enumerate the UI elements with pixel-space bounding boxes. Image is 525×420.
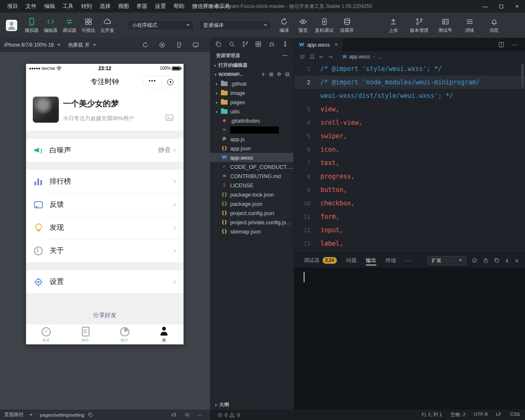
clear-output-icon[interactable]: [472, 257, 478, 263]
more-menu-button[interactable]: •••: [149, 78, 156, 84]
tab-problems[interactable]: 问题: [346, 253, 357, 268]
tree-item[interactable]: {} sitemap.json: [210, 227, 294, 236]
code-line[interactable]: 4 sroll-view,: [294, 116, 525, 129]
list-item[interactable]: 关于 ›: [26, 239, 184, 262]
collapse-all-icon[interactable]: ⊟: [285, 71, 289, 77]
tab-item[interactable]: 专注: [26, 324, 66, 344]
search-icon[interactable]: [228, 41, 235, 47]
list-item[interactable]: 排行榜 ›: [26, 170, 184, 193]
tree-item[interactable]: ▸ utils: [210, 107, 294, 116]
forward-arrow-icon[interactable]: →: [328, 54, 333, 60]
list-item[interactable]: 白噪声 静音 ›: [26, 139, 184, 162]
vconsole-icon[interactable]: [171, 412, 177, 418]
share-friends-button[interactable]: 分享好友: [93, 312, 117, 319]
code-line[interactable]: 12 input,: [294, 223, 525, 237]
tab-terminal[interactable]: 终端: [386, 253, 396, 268]
simulator-button[interactable]: 模拟器: [22, 17, 41, 34]
code-line[interactable]: 5 swiper,: [294, 129, 525, 143]
more-actions-icon[interactable]: ⋯: [197, 412, 203, 418]
tree-item[interactable]: W app.wxss: [210, 153, 294, 162]
version-control-button[interactable]: 版本管理: [407, 17, 432, 34]
tree-item[interactable]: {} project.private.config.js...: [210, 218, 294, 227]
menu-item[interactable]: 文件: [22, 0, 40, 13]
debugger-button[interactable]: 调试器: [60, 17, 79, 34]
code-line[interactable]: 8 progress,: [294, 170, 525, 183]
profile-section[interactable]: 一个美少女的梦 今日专注力超越全国36%用户: [26, 91, 184, 131]
menu-item[interactable]: 视图: [114, 0, 133, 13]
refresh-icon[interactable]: [142, 42, 149, 48]
git-branch-icon[interactable]: [242, 41, 249, 47]
encoding[interactable]: UTF-8: [474, 412, 488, 418]
tab-output[interactable]: 输出: [366, 253, 376, 268]
cursor-position[interactable]: 行 2, 列 1: [422, 412, 442, 418]
test-account-button[interactable]: 测试号: [434, 17, 456, 34]
details-button[interactable]: 详情: [459, 17, 480, 34]
output-filter-select[interactable]: 扩展: [428, 256, 466, 265]
close-panel-icon[interactable]: ×: [514, 257, 519, 264]
breadcrumb[interactable]: W app.wxss › ...: [343, 54, 381, 60]
tree-item[interactable]: ◆ .gitattributes: [210, 116, 294, 125]
cloud-dev-button[interactable]: 云开发: [98, 17, 117, 34]
close-miniprogram-button[interactable]: [167, 79, 173, 85]
remote-debug-button[interactable]: 真机调试: [312, 17, 336, 34]
maximize-button[interactable]: [493, 0, 509, 13]
close-tab-icon[interactable]: ×: [334, 41, 338, 48]
minimize-button[interactable]: —: [477, 0, 493, 13]
close-button[interactable]: ×: [509, 0, 525, 13]
code-line[interactable]: 1 /* @import 'style/weui.wxss'; */: [294, 62, 525, 76]
files-icon[interactable]: [215, 41, 222, 47]
rotate-device-icon[interactable]: [176, 42, 182, 48]
device-select[interactable]: iPhone 6/7/8 100% 16: [4, 42, 60, 48]
copy-path-icon[interactable]: [88, 412, 93, 417]
code-line[interactable]: 9 button,: [294, 183, 525, 197]
scrollbar-thumb[interactable]: [521, 64, 524, 87]
list-item[interactable]: 反馈 ›: [26, 193, 184, 216]
eol-setting[interactable]: LF: [496, 412, 501, 418]
debug-icon[interactable]: [268, 41, 275, 47]
menu-item[interactable]: 帮助: [170, 0, 188, 13]
user-avatar[interactable]: [33, 97, 59, 123]
menu-item[interactable]: 界面: [133, 0, 151, 13]
menu-item[interactable]: 项目: [3, 0, 22, 13]
test-flask-icon[interactable]: [282, 41, 289, 47]
visualize-button[interactable]: 可视化: [79, 17, 98, 34]
tree-item[interactable]: ✓ CODE_OF_CONDUCT.md: [210, 162, 294, 171]
record-icon[interactable]: [159, 42, 165, 48]
tree-item[interactable]: {} app.json: [210, 144, 294, 153]
mode-select[interactable]: 小程序模式: [128, 20, 194, 30]
bookmark-icon[interactable]: [310, 54, 315, 60]
page-path-select[interactable]: 页面路径: [4, 412, 33, 418]
list-item[interactable]: 发现 ›: [26, 216, 184, 239]
language-mode[interactable]: CSS: [510, 412, 520, 418]
extensions-icon[interactable]: [255, 41, 262, 47]
menu-item[interactable]: 微信开发者工具: [188, 0, 234, 13]
open-editors-section[interactable]: ▸ 打开的编辑器: [210, 60, 294, 70]
outline-section[interactable]: ▸ 大纲: [210, 399, 294, 410]
console-output[interactable]: [294, 268, 525, 410]
outline-list-icon[interactable]: [299, 54, 305, 60]
menu-item[interactable]: 工具: [59, 0, 77, 13]
tree-item[interactable]: {} package-lock.json: [210, 190, 294, 199]
list-item[interactable]: 设置 ›: [26, 270, 184, 293]
preview-button[interactable]: 预览: [294, 17, 312, 34]
upload-button[interactable]: 上传: [382, 17, 404, 34]
indent-setting[interactable]: 空格: 2: [451, 412, 466, 418]
back-arrow-icon[interactable]: ←: [319, 54, 324, 60]
code-line[interactable]: 11 form,: [294, 210, 525, 223]
menu-item[interactable]: 选择: [96, 0, 114, 13]
code-line[interactable]: 3 view,: [294, 102, 525, 116]
eye-icon[interactable]: [184, 412, 190, 418]
maximize-panel-icon[interactable]: ∧: [505, 257, 509, 264]
avatar[interactable]: [6, 20, 17, 31]
tree-item[interactable]: ≡ CONTRIBUTING.md: [210, 171, 294, 181]
new-folder-icon[interactable]: ⊞: [269, 71, 273, 77]
editor-tab[interactable]: W app.wxss ×: [294, 38, 343, 51]
tree-item[interactable]: JS app.js: [210, 134, 294, 144]
new-file-icon[interactable]: +: [261, 71, 265, 77]
more-actions-icon[interactable]: ⋯: [511, 41, 518, 49]
monitor-icon[interactable]: [192, 42, 199, 48]
more-tabs-icon[interactable]: ⋯: [405, 257, 411, 264]
duplicate-icon[interactable]: [494, 257, 500, 263]
menu-item[interactable]: 编辑: [40, 0, 59, 13]
tab-debugger[interactable]: 调试器 2,14: [304, 253, 337, 268]
